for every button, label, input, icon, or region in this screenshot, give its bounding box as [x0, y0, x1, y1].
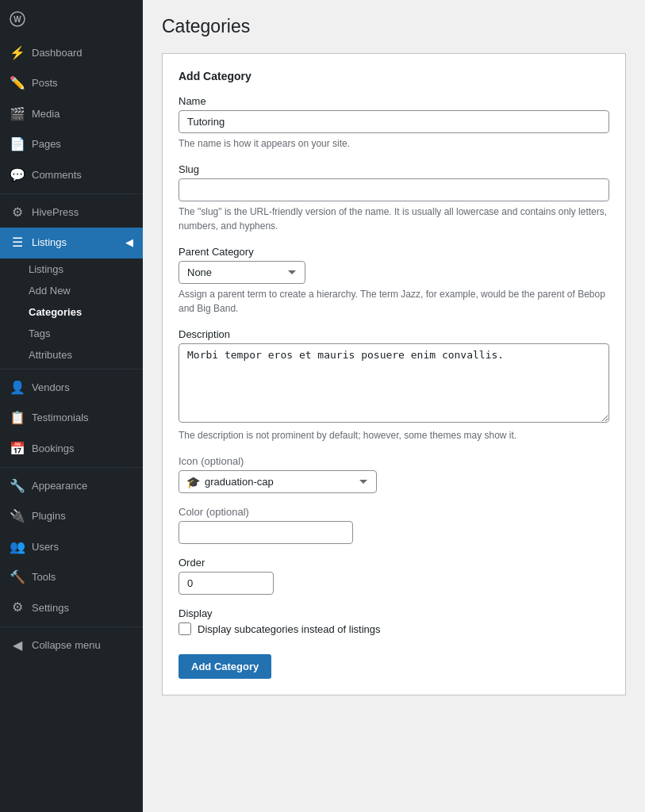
submenu-item-tags[interactable]: Tags: [0, 323, 143, 344]
sidebar-item-collapse[interactable]: ◀ Collapse menu: [0, 630, 143, 661]
order-group: Order: [179, 557, 609, 595]
display-label: Display: [179, 607, 609, 619]
parent-category-label: Parent Category: [179, 246, 609, 258]
submenu-item-add-new[interactable]: Add New: [0, 280, 143, 301]
testimonials-icon: 📋: [10, 409, 25, 427]
order-input[interactable]: [179, 572, 274, 595]
color-group: Color (optional): [179, 506, 609, 544]
plugins-icon: 🔌: [10, 508, 25, 525]
sidebar-item-label: Comments: [32, 168, 82, 182]
sidebar-item-label: Users: [32, 540, 59, 554]
add-category-button[interactable]: Add Category: [179, 654, 271, 679]
sidebar-item-label: Media: [32, 107, 60, 121]
sidebar-item-label: Dashboard: [32, 46, 83, 60]
sidebar-item-label: Vendors: [32, 381, 70, 395]
sidebar-item-appearance[interactable]: 🔧 Appearance: [0, 471, 143, 501]
sidebar: W ⚡ Dashboard ✏️ Posts 🎬 Media 📄 Pages 💬…: [0, 0, 143, 812]
sidebar-item-label: Testimonials: [32, 411, 89, 425]
name-input[interactable]: [179, 110, 609, 133]
description-group: Description Morbi tempor eros et mauris …: [179, 328, 609, 442]
name-group: Name The name is how it appears on your …: [179, 95, 609, 151]
name-hint: The name is how it appears on your site.: [179, 136, 609, 151]
icon-group: Icon (optional) 🎓 graduation-cap: [179, 455, 609, 493]
description-label: Description: [179, 328, 609, 340]
parent-category-select[interactable]: None: [179, 261, 305, 284]
slug-label: Slug: [179, 163, 609, 175]
sidebar-item-testimonials[interactable]: 📋 Testimonials: [0, 403, 143, 433]
tools-icon: 🔨: [10, 569, 25, 586]
page-title: Categories: [162, 16, 626, 37]
sidebar-item-posts[interactable]: ✏️ Posts: [0, 68, 143, 98]
sidebar-item-label: Settings: [32, 601, 69, 615]
sidebar-item-pages[interactable]: 📄 Pages: [0, 129, 143, 159]
sidebar-item-users[interactable]: 👥 Users: [0, 532, 143, 562]
color-label: Color (optional): [179, 506, 609, 518]
main-content: Categories Add Category Name The name is…: [143, 0, 645, 812]
submenu-item-listings[interactable]: Listings: [0, 259, 143, 280]
parent-category-group: Parent Category None Assign a parent ter…: [179, 246, 609, 316]
listings-submenu: Listings Add New Categories Tags Attribu…: [0, 259, 143, 366]
sidebar-item-label: Posts: [32, 76, 58, 90]
pages-icon: 📄: [10, 136, 25, 153]
name-label: Name: [179, 95, 609, 107]
sidebar-item-vendors[interactable]: 👤 Vendors: [0, 373, 143, 403]
icon-label: Icon (optional): [179, 455, 609, 467]
sidebar-item-media[interactable]: 🎬 Media: [0, 99, 143, 129]
sidebar-item-comments[interactable]: 💬 Comments: [0, 160, 143, 190]
settings-icon: ⚙: [10, 599, 25, 616]
slug-hint: The "slug" is the URL-friendly version o…: [179, 205, 609, 233]
users-icon: 👥: [10, 538, 25, 556]
divider-2: [0, 369, 143, 370]
description-textarea[interactable]: Morbi tempor eros et mauris posuere enim…: [179, 343, 609, 423]
icon-select-wrapper: 🎓 graduation-cap: [179, 470, 377, 493]
sidebar-item-label: Plugins: [32, 509, 66, 523]
sidebar-item-label: HivePress: [32, 205, 79, 220]
parent-category-hint: Assign a parent term to create a hierarc…: [179, 287, 609, 316]
sidebar-item-plugins[interactable]: 🔌 Plugins: [0, 501, 143, 531]
hivepress-icon: ⚙: [10, 204, 25, 221]
divider-1: [0, 193, 143, 194]
collapse-icon: ◀: [10, 637, 25, 654]
wp-logo: W: [0, 0, 143, 38]
slug-input[interactable]: [179, 178, 609, 201]
sidebar-item-label: Collapse menu: [32, 638, 101, 653]
comments-icon: 💬: [10, 167, 25, 184]
sidebar-item-label: Tools: [32, 570, 56, 584]
divider-3: [0, 467, 143, 468]
display-checkbox-label: Display subcategories instead of listing…: [179, 622, 609, 635]
listings-icon: ☰: [10, 234, 25, 251]
sidebar-item-label: Pages: [32, 137, 61, 151]
dashboard-icon: ⚡: [10, 44, 25, 62]
arrow-icon: ◀: [125, 236, 133, 250]
media-icon: 🎬: [10, 105, 25, 123]
divider-4: [0, 626, 143, 627]
sidebar-item-label: Listings: [32, 236, 67, 250]
submenu-item-categories[interactable]: Categories: [0, 301, 143, 323]
appearance-icon: 🔧: [10, 477, 25, 495]
icon-select[interactable]: graduation-cap: [179, 470, 377, 493]
posts-icon: ✏️: [10, 75, 25, 92]
sidebar-item-label: Bookings: [32, 442, 74, 456]
sidebar-item-settings[interactable]: ⚙ Settings: [0, 592, 143, 622]
description-hint: The description is not prominent by defa…: [179, 428, 609, 442]
sidebar-item-dashboard[interactable]: ⚡ Dashboard: [0, 38, 143, 68]
display-subcategories-checkbox[interactable]: [179, 622, 191, 635]
slug-group: Slug The "slug" is the URL-friendly vers…: [179, 163, 609, 233]
sidebar-item-bookings[interactable]: 📅 Bookings: [0, 434, 143, 464]
submenu-item-attributes[interactable]: Attributes: [0, 344, 143, 366]
sidebar-item-label: Appearance: [32, 479, 87, 493]
form-title: Add Category: [179, 70, 609, 82]
display-checkbox-text: Display subcategories instead of listing…: [198, 623, 381, 635]
svg-text:W: W: [13, 15, 21, 24]
display-group: Display Display subcategories instead of…: [179, 607, 609, 635]
vendors-icon: 👤: [10, 379, 25, 396]
sidebar-item-hivepress[interactable]: ⚙ HivePress: [0, 197, 143, 228]
sidebar-item-tools[interactable]: 🔨 Tools: [0, 562, 143, 592]
add-category-form: Add Category Name The name is how it app…: [162, 53, 626, 695]
order-label: Order: [179, 557, 609, 569]
sidebar-item-listings[interactable]: ☰ Listings ◀: [0, 228, 143, 258]
bookings-icon: 📅: [10, 440, 25, 458]
color-input[interactable]: [179, 521, 353, 544]
